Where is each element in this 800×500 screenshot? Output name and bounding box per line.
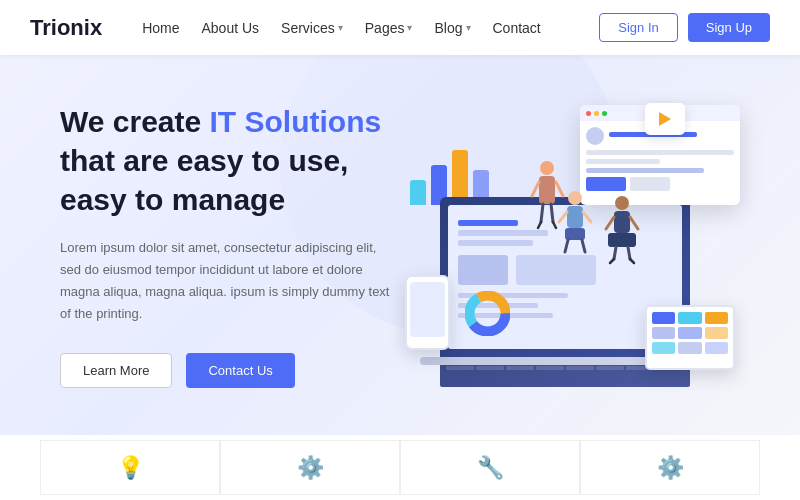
svg-line-13: [559, 212, 567, 222]
browser-content-line: [586, 168, 704, 173]
screen-content-line: [458, 230, 548, 236]
svg-line-8: [551, 204, 553, 222]
contact-us-button[interactable]: Contact Us: [186, 353, 294, 388]
hero-content: We create IT Solutions that are easy to …: [60, 102, 400, 388]
brand-logo: Trionix: [30, 15, 102, 41]
nav-pages[interactable]: Pages ▾: [365, 20, 413, 36]
person-figure-2: [555, 190, 595, 255]
nav-about[interactable]: About Us: [201, 20, 259, 36]
svg-line-16: [565, 240, 568, 252]
feature-card-4: ⚙️: [580, 440, 760, 495]
phone-screen: [410, 282, 445, 337]
screen-content-box: [516, 255, 596, 285]
gear-icon: ⚙️: [297, 455, 324, 481]
screen-content-line: [458, 220, 518, 226]
svg-line-23: [614, 247, 616, 259]
browser-content-line: [586, 159, 660, 164]
svg-line-9: [538, 222, 541, 228]
nav-home[interactable]: Home: [142, 20, 179, 36]
pie-chart: [465, 291, 510, 340]
feature-card-3: 🔧: [400, 440, 580, 495]
hero-illustration: [400, 55, 740, 435]
svg-line-26: [630, 259, 634, 263]
svg-rect-22: [608, 233, 636, 247]
hero-section: We create IT Solutions that are easy to …: [0, 55, 800, 435]
play-icon: [659, 112, 671, 126]
svg-line-21: [630, 217, 638, 229]
signin-button[interactable]: Sign In: [599, 13, 677, 42]
screen-content-line: [458, 240, 533, 246]
svg-rect-15: [565, 228, 585, 240]
svg-rect-4: [539, 176, 555, 204]
svg-line-17: [582, 240, 585, 252]
wrench-icon: 🔧: [477, 455, 504, 481]
browser-close-dot: [586, 111, 591, 116]
nav-actions: Sign In Sign Up: [599, 13, 770, 42]
hero-description: Lorem ipsum dolor sit amet, consectetur …: [60, 237, 400, 325]
svg-line-20: [606, 217, 614, 229]
learn-more-button[interactable]: Learn More: [60, 353, 172, 388]
browser-maximize-dot: [602, 111, 607, 116]
mobile-phone: [405, 275, 450, 350]
play-card: [645, 103, 685, 135]
nav-links: Home About Us Services ▾ Pages ▾ Blog ▾ …: [142, 20, 599, 36]
pages-chevron-icon: ▾: [407, 22, 412, 33]
lightbulb-icon: 💡: [117, 455, 144, 481]
svg-line-5: [532, 182, 539, 196]
svg-point-18: [615, 196, 629, 210]
feature-card-2: ⚙️: [220, 440, 400, 495]
nav-contact[interactable]: Contact: [493, 20, 541, 36]
signup-button[interactable]: Sign Up: [688, 13, 770, 42]
settings-icon: ⚙️: [657, 455, 684, 481]
browser-content-line: [586, 150, 734, 155]
browser-button: [586, 177, 626, 191]
svg-line-14: [583, 212, 591, 222]
nav-blog[interactable]: Blog ▾: [434, 20, 470, 36]
svg-rect-12: [567, 206, 583, 228]
svg-line-7: [541, 204, 543, 222]
blog-chevron-icon: ▾: [466, 22, 471, 33]
screen-content-box: [458, 255, 508, 285]
nav-services[interactable]: Services ▾: [281, 20, 343, 36]
svg-line-24: [628, 247, 630, 259]
svg-point-11: [568, 191, 582, 205]
navbar: Trionix Home About Us Services ▾ Pages ▾…: [0, 0, 800, 55]
svg-point-3: [540, 161, 554, 175]
hero-title: We create IT Solutions that are easy to …: [60, 102, 400, 219]
tablet-device: [645, 305, 735, 370]
hero-buttons: Learn More Contact Us: [60, 353, 400, 388]
svg-rect-19: [614, 211, 630, 233]
illustration-container: [400, 95, 740, 395]
tablet-grid: [647, 307, 733, 359]
browser-minimize-dot: [594, 111, 599, 116]
browser-avatar: [586, 127, 604, 145]
browser-button: [630, 177, 670, 191]
services-chevron-icon: ▾: [338, 22, 343, 33]
svg-line-25: [610, 259, 614, 263]
person-figure-3: [600, 195, 645, 265]
feature-card-1: 💡: [40, 440, 220, 495]
bar-chart-icon: [410, 145, 489, 205]
bottom-cards-section: 💡 ⚙️ 🔧 ⚙️: [0, 435, 800, 500]
